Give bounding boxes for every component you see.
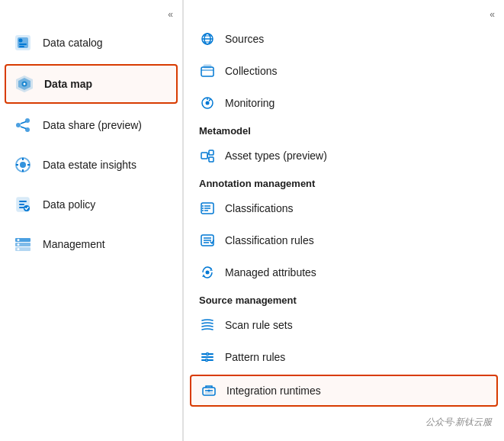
svg-point-39 [206, 101, 210, 105]
svg-point-53 [202, 210, 204, 211]
menu-label-scan-rule-sets: Scan rule sets [225, 319, 293, 331]
sidebar-label-management: Management [43, 238, 105, 250]
sources-icon [199, 31, 216, 47]
svg-point-71 [208, 390, 210, 392]
sidebar-label-data-catalog: Data catalog [43, 37, 103, 49]
sidebar: « Data catalog Data map [0, 0, 183, 441]
menu-label-managed-attributes: Managed attributes [225, 266, 316, 278]
svg-point-28 [18, 239, 20, 241]
menu-item-classification-rules[interactable]: Classification rules [184, 224, 504, 256]
svg-point-30 [18, 248, 20, 250]
management-icon [12, 233, 34, 255]
classification-rules-icon [199, 232, 216, 249]
sidebar-label-data-share: Data share (preview) [43, 119, 142, 131]
data-map-icon [14, 73, 35, 95]
svg-rect-3 [19, 43, 27, 45]
svg-rect-42 [201, 153, 207, 159]
svg-marker-60 [202, 274, 205, 277]
menu-item-asset-types[interactable]: Asset types (preview) [184, 140, 504, 172]
sidebar-label-data-policy: Data policy [43, 198, 95, 211]
menu-item-managed-attributes[interactable]: Managed attributes [184, 256, 504, 288]
menu-label-classifications: Classifications [225, 202, 293, 214]
section-header-annotation-management: Annotation management [184, 172, 504, 192]
svg-point-67 [206, 359, 208, 362]
menu-label-pattern-rules: Pattern rules [225, 351, 285, 363]
svg-rect-37 [204, 65, 211, 68]
menu-label-classification-rules: Classification rules [225, 234, 314, 246]
svg-point-9 [16, 123, 21, 127]
svg-line-12 [21, 122, 26, 124]
menu-item-monitoring[interactable]: Monitoring [184, 87, 504, 119]
classifications-icon [199, 200, 216, 217]
menu-item-pattern-rules[interactable]: Pattern rules [184, 341, 504, 373]
data-share-icon [12, 114, 34, 136]
svg-rect-44 [209, 157, 213, 162]
pattern-rules-icon [199, 349, 216, 365]
svg-rect-36 [201, 67, 213, 76]
menu-item-classifications[interactable]: Classifications [184, 192, 504, 224]
right-panel: « Sources Collections [183, 0, 504, 441]
menu-item-scan-rule-sets[interactable]: Scan rule sets [184, 309, 504, 341]
integration-runtimes-icon [201, 382, 217, 399]
svg-point-2 [19, 39, 23, 43]
menu-label-integration-runtimes: Integration runtimes [226, 385, 321, 397]
collections-icon [199, 63, 216, 79]
scan-rule-sets-icon [199, 317, 216, 333]
svg-point-58 [206, 271, 210, 275]
asset-types-icon [199, 147, 216, 164]
menu-label-monitoring: Monitoring [225, 97, 274, 109]
data-estate-insights-icon [12, 154, 34, 175]
sidebar-item-data-map[interactable]: Data map [5, 64, 178, 104]
sidebar-item-management[interactable]: Management [0, 224, 182, 264]
data-catalog-icon [12, 32, 34, 53]
svg-point-29 [18, 243, 20, 246]
sidebar-item-data-estate-insights[interactable]: Data estate insights [0, 145, 182, 185]
sidebar-item-data-share[interactable]: Data share (preview) [0, 105, 182, 145]
menu-label-collections: Collections [225, 65, 277, 77]
panel-collapse-button[interactable]: « [184, 6, 504, 23]
sidebar-label-data-estate-insights: Data estate insights [43, 159, 136, 171]
sidebar-label-data-map: Data map [44, 78, 92, 90]
svg-point-15 [20, 162, 26, 168]
svg-rect-21 [19, 201, 27, 202]
menu-item-sources[interactable]: Sources [184, 23, 504, 55]
svg-rect-4 [19, 46, 24, 47]
svg-point-52 [202, 208, 204, 209]
svg-point-51 [202, 205, 204, 207]
menu-label-sources: Sources [225, 33, 264, 45]
svg-line-13 [21, 127, 26, 129]
menu-item-integration-runtimes[interactable]: Integration runtimes [190, 375, 498, 407]
svg-rect-22 [19, 204, 24, 205]
svg-line-41 [209, 99, 210, 101]
svg-point-66 [207, 353, 209, 356]
section-header-source-management: Source management [184, 288, 504, 309]
svg-point-8 [24, 83, 26, 85]
menu-label-asset-types: Asset types (preview) [225, 150, 327, 162]
watermark: 公众号·新钛云服 [425, 416, 492, 429]
svg-rect-43 [209, 150, 213, 155]
menu-item-collections[interactable]: Collections [184, 55, 504, 87]
sidebar-item-data-catalog[interactable]: Data catalog [0, 23, 182, 63]
managed-attributes-icon [199, 264, 216, 281]
sidebar-item-data-policy[interactable]: Data policy [0, 185, 182, 224]
sidebar-collapse-button[interactable]: « [0, 6, 182, 23]
monitoring-icon [199, 95, 216, 111]
data-policy-icon [12, 194, 34, 215]
section-header-metamodel: Metamodel [184, 119, 504, 140]
